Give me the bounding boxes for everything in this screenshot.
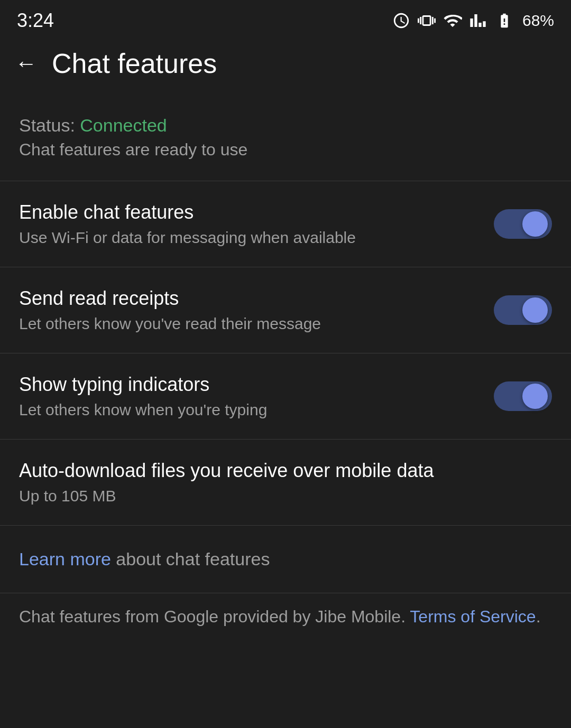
learn-more-rest: about chat features	[111, 549, 270, 569]
read-receipts-title: Send read receipts	[19, 287, 473, 310]
status-section: Status: Connected Chat features are read…	[0, 94, 571, 181]
auto-download-subtitle: Up to 105 MB	[19, 487, 531, 505]
footer-section: Chat features from Google provided by Ji…	[0, 593, 571, 656]
read-receipts-toggle[interactable]	[494, 295, 552, 325]
enable-chat-title: Enable chat features	[19, 201, 473, 223]
status-bar-time: 3:24	[17, 10, 54, 32]
read-receipts-text: Send read receipts Let others know you'v…	[19, 287, 494, 333]
status-label: Status: Connected	[19, 115, 167, 135]
learn-more-link[interactable]: Learn more	[19, 549, 111, 569]
battery-icon	[494, 12, 515, 29]
alarm-icon	[392, 12, 410, 30]
learn-more-section: Learn more about chat features	[0, 526, 571, 593]
enable-chat-subtitle: Use Wi-Fi or data for messaging when ava…	[19, 229, 473, 247]
auto-download-setting[interactable]: Auto-download files you receive over mob…	[0, 440, 571, 525]
typing-indicators-slider	[494, 381, 552, 411]
read-receipts-slider	[494, 295, 552, 325]
enable-chat-toggle[interactable]	[494, 209, 552, 239]
enable-chat-setting[interactable]: Enable chat features Use Wi-Fi or data f…	[0, 181, 571, 267]
status-value: Connected	[80, 115, 167, 135]
typing-indicators-toggle[interactable]	[494, 381, 552, 411]
toolbar: ← Chat features	[0, 37, 571, 94]
status-bar-icons: 68%	[392, 11, 554, 30]
auto-download-text: Auto-download files you receive over mob…	[19, 460, 552, 505]
learn-more-text: Learn more about chat features	[19, 549, 270, 569]
back-button[interactable]: ←	[15, 52, 37, 74]
typing-indicators-text: Show typing indicators Let others know w…	[19, 374, 494, 419]
status-bar: 3:24 68%	[0, 0, 571, 37]
typing-indicators-subtitle: Let others know when you're typing	[19, 401, 473, 419]
terms-link[interactable]: Terms of Service	[410, 607, 536, 626]
wifi-icon	[443, 11, 462, 30]
typing-indicators-setting[interactable]: Show typing indicators Let others know w…	[0, 353, 571, 439]
vibrate-icon	[418, 12, 436, 30]
page-title: Chat features	[52, 48, 217, 79]
typing-indicators-title: Show typing indicators	[19, 374, 473, 396]
battery-percentage: 68%	[522, 12, 554, 30]
status-line: Status: Connected	[19, 115, 552, 136]
auto-download-title: Auto-download files you receive over mob…	[19, 460, 531, 482]
read-receipts-setting[interactable]: Send read receipts Let others know you'v…	[0, 267, 571, 353]
signal-icon	[469, 12, 486, 29]
footer-text: Chat features from Google provided by Ji…	[19, 604, 552, 629]
read-receipts-subtitle: Let others know you've read their messag…	[19, 315, 473, 333]
status-subtitle: Chat features are ready to use	[19, 140, 552, 160]
enable-chat-slider	[494, 209, 552, 239]
enable-chat-text: Enable chat features Use Wi-Fi or data f…	[19, 201, 494, 247]
